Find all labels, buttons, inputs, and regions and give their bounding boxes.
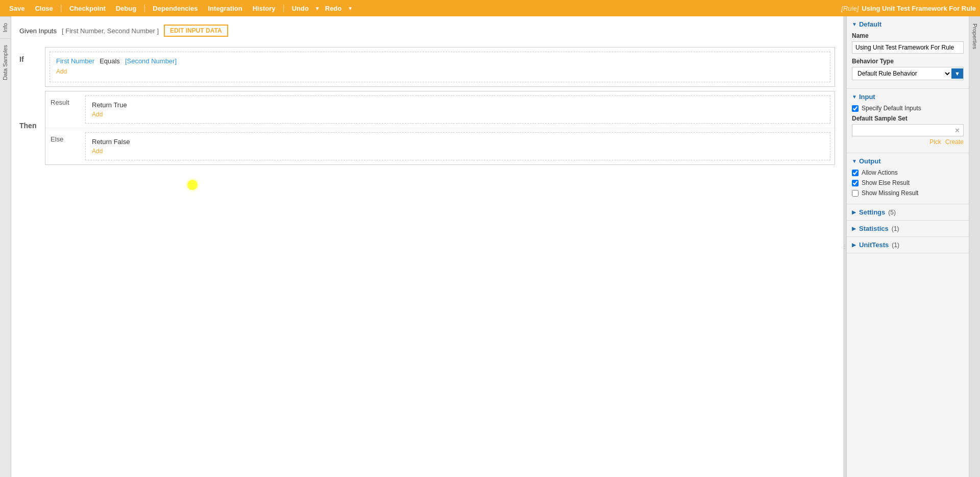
default-section: ▼ Default Name Behavior Type Default Rul… <box>847 16 969 89</box>
default-arrow: ▼ <box>852 21 857 27</box>
condition-field[interactable]: First Number <box>56 57 94 65</box>
statistics-header[interactable]: ▶ Statistics (1) <box>852 225 964 232</box>
condition-operator[interactable]: Equals <box>100 57 120 65</box>
properties-tab[interactable]: Properties <box>970 16 980 56</box>
create-link[interactable]: Create <box>945 138 964 146</box>
save-button[interactable]: Save <box>4 3 30 14</box>
specify-default-inputs-checkbox[interactable] <box>852 105 859 112</box>
else-label: Else <box>45 128 81 150</box>
rule-tag: [Rule] <box>841 5 859 12</box>
allow-actions-label: Allow Actions <box>862 169 898 176</box>
result-value: Return True <box>92 101 824 109</box>
else-row: Else Return False Add <box>45 128 835 164</box>
toolbar: Save Close | Checkpoint Debug | Dependen… <box>0 0 980 16</box>
properties-panel: ▼ Default Name Behavior Type Default Rul… <box>846 16 969 477</box>
unit-tests-count: (1) <box>892 242 899 249</box>
behavior-type-arrow[interactable]: ▼ <box>951 68 963 79</box>
behavior-type-select-wrap: Default Rule Behavior ▼ <box>852 67 964 80</box>
unit-tests-title: UnitTests <box>859 241 889 249</box>
separator-3: | <box>280 4 286 13</box>
settings-arrow: ▶ <box>852 209 856 215</box>
if-label: If <box>19 47 45 63</box>
allow-actions-checkbox[interactable] <box>852 170 859 176</box>
sample-set-clear[interactable]: ✕ <box>951 126 963 135</box>
data-samples-tab[interactable]: Data Samples <box>0 38 11 86</box>
unit-tests-arrow: ▶ <box>852 242 856 248</box>
then-label: Then <box>19 91 45 130</box>
undo-button[interactable]: Undo <box>287 3 314 14</box>
name-label: Name <box>852 32 964 39</box>
rule-name: Using Unit Test Framework For Rule <box>862 5 976 12</box>
unit-tests-section: ▶ UnitTests (1) <box>847 237 969 253</box>
undo-dropdown[interactable]: Undo ▼ <box>287 3 320 14</box>
undo-arrow[interactable]: ▼ <box>315 6 320 11</box>
checkpoint-button[interactable]: Checkpoint <box>64 3 111 14</box>
edit-input-button[interactable]: EDIT INPUT DATA <box>164 25 228 37</box>
unit-tests-header[interactable]: ▶ UnitTests (1) <box>852 241 964 249</box>
left-side-panel: Info Data Samples <box>0 16 11 477</box>
show-missing-result-label: Show Missing Result <box>862 189 918 197</box>
dependencies-button[interactable]: Dependencies <box>148 3 203 14</box>
debug-button[interactable]: Debug <box>111 3 141 14</box>
add-condition-link[interactable]: Add <box>56 68 824 75</box>
behavior-type-select[interactable]: Default Rule Behavior <box>852 67 951 80</box>
input-arrow: ▼ <box>852 94 857 100</box>
behavior-type-label: Behavior Type <box>852 58 964 65</box>
default-section-header[interactable]: ▼ Default <box>852 20 964 28</box>
pick-create-row: Pick Create <box>852 138 964 146</box>
show-else-result-row: Show Else Result <box>852 179 964 186</box>
result-inner: Return True Add <box>85 96 830 124</box>
redo-arrow[interactable]: ▼ <box>348 6 353 11</box>
separator-2: | <box>141 4 148 13</box>
add-result-link[interactable]: Add <box>92 111 824 118</box>
if-section: If First Number Equals [Second Number] A… <box>19 47 835 87</box>
statistics-count: (1) <box>892 225 899 232</box>
result-label: Result <box>45 91 81 113</box>
sample-set-input[interactable] <box>852 125 951 136</box>
settings-count: (5) <box>888 209 896 216</box>
settings-title: Settings <box>859 208 885 216</box>
close-button[interactable]: Close <box>30 3 58 14</box>
show-missing-result-checkbox[interactable] <box>852 190 859 197</box>
redo-dropdown[interactable]: Redo ▼ <box>320 3 353 14</box>
toolbar-rule-info: [Rule] Using Unit Test Framework For Rul… <box>841 5 976 12</box>
output-section: ▼ Output Allow Actions Show Else Result … <box>847 153 969 204</box>
specify-default-inputs-label: Specify Default Inputs <box>862 105 921 112</box>
statistics-arrow: ▶ <box>852 226 856 231</box>
show-else-result-checkbox[interactable] <box>852 180 859 186</box>
settings-header[interactable]: ▶ Settings (5) <box>852 208 964 216</box>
name-input[interactable] <box>852 41 964 54</box>
input-title: Input <box>859 93 875 101</box>
show-else-result-label: Show Else Result <box>862 179 910 186</box>
default-title: Default <box>859 20 881 28</box>
separator-1: | <box>58 4 64 13</box>
condition-row: First Number Equals [Second Number] <box>56 57 824 65</box>
default-sample-set-label: Default Sample Set <box>852 115 964 122</box>
if-box-outer: First Number Equals [Second Number] Add <box>45 47 835 87</box>
then-right-box: Result Return True Add Else Return False… <box>45 91 835 165</box>
info-tab[interactable]: Info <box>0 16 11 38</box>
input-section-header[interactable]: ▼ Input <box>852 93 964 101</box>
result-row: Result Return True Add <box>45 91 835 128</box>
add-else-link[interactable]: Add <box>92 148 824 155</box>
settings-section: ▶ Settings (5) <box>847 204 969 221</box>
else-value: Return False <box>92 138 824 146</box>
output-title: Output <box>859 157 881 165</box>
pick-link[interactable]: Pick <box>929 138 941 146</box>
redo-button[interactable]: Redo <box>320 3 347 14</box>
condition-value[interactable]: [Second Number] <box>125 57 177 65</box>
cursor <box>187 180 198 190</box>
given-inputs-values: [ First Number, Second Number ] <box>62 27 159 35</box>
else-inner: Return False Add <box>85 132 830 160</box>
canvas-area: Given Inputs [ First Number, Second Numb… <box>11 16 843 477</box>
sample-set-row: ✕ <box>852 124 964 136</box>
properties-tab-right: Properties <box>969 16 980 477</box>
input-section: ▼ Input Specify Default Inputs Default S… <box>847 89 969 153</box>
statistics-title: Statistics <box>859 225 889 232</box>
statistics-section: ▶ Statistics (1) <box>847 221 969 237</box>
if-box-inner: First Number Equals [Second Number] Add <box>50 52 830 82</box>
output-section-header[interactable]: ▼ Output <box>852 157 964 165</box>
main-layout: Info Data Samples Given Inputs [ First N… <box>0 16 980 477</box>
history-button[interactable]: History <box>248 3 281 14</box>
integration-button[interactable]: Integration <box>203 3 248 14</box>
